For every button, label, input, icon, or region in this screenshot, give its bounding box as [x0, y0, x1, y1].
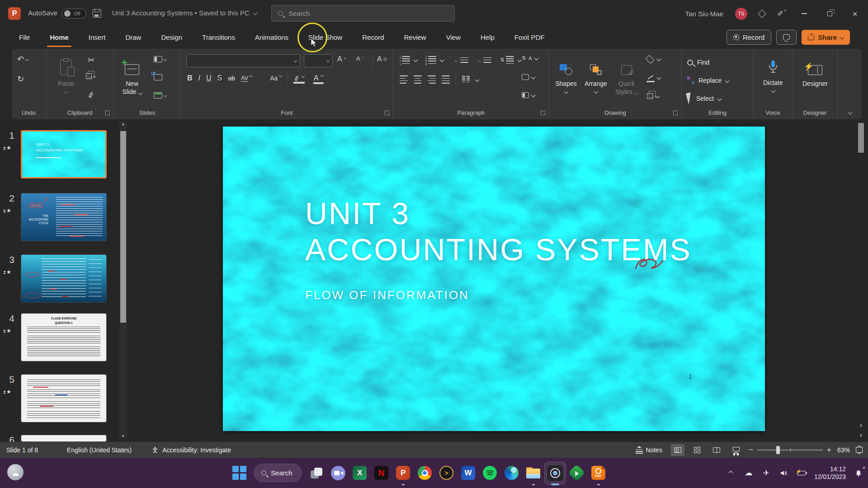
increase-font-size-button[interactable]: A^	[337, 55, 346, 63]
shape-fill-button[interactable]	[647, 56, 660, 61]
dictate-button[interactable]: Dictate	[759, 52, 788, 103]
text-highlight-button[interactable]: ✐	[294, 75, 304, 82]
tab-transitions[interactable]: Transitions	[192, 27, 245, 47]
line-spacing-button[interactable]: ⇅	[500, 56, 514, 64]
slide-thumbnail-3[interactable]	[21, 254, 107, 303]
font-color-button[interactable]: A	[314, 74, 323, 82]
find-button[interactable]: Find	[687, 57, 709, 68]
scroll-down-icon[interactable]: ▼	[119, 434, 127, 438]
canvas-scrollbar-thumb[interactable]	[858, 123, 864, 153]
clipboard-dialog-launcher[interactable]	[105, 111, 110, 116]
search-input[interactable]	[288, 9, 423, 18]
slide-sorter-view-button[interactable]	[690, 444, 704, 456]
zoom-in-button[interactable]: +	[827, 446, 831, 455]
tab-design[interactable]: Design	[151, 27, 192, 47]
powerpoint-app-icon[interactable]: P	[8, 7, 21, 20]
previous-slide-button[interactable]: ∧	[857, 422, 865, 428]
convert-smartart-button[interactable]	[522, 92, 535, 98]
slide-thumbnail-5[interactable]	[21, 374, 107, 422]
designer-button[interactable]: Designer	[801, 52, 830, 103]
columns-button[interactable]	[462, 76, 470, 83]
normal-view-button[interactable]	[671, 444, 684, 456]
zoom-out-button[interactable]: −	[749, 446, 753, 455]
netflix-app-button[interactable]: N	[371, 460, 392, 487]
tab-file[interactable]: File	[9, 27, 40, 47]
inking-pen-icon[interactable]	[777, 9, 786, 18]
tab-draw[interactable]: Draw	[115, 27, 151, 47]
share-button[interactable]: Share	[802, 30, 850, 45]
onedrive-icon[interactable]: ☁	[744, 468, 754, 478]
replace-button[interactable]: bc Replace	[687, 75, 729, 86]
tab-review[interactable]: Review	[394, 27, 436, 47]
font-size-combo[interactable]	[304, 54, 333, 67]
slide-thumbnail-2[interactable]: THEACCOUNTINGCYCLEA=L+E	[21, 193, 107, 241]
minimize-button[interactable]	[797, 7, 811, 20]
scroll-up-icon[interactable]: ▲	[119, 122, 127, 126]
word-app-button[interactable]: W	[458, 460, 479, 487]
slide-thumbnail-4[interactable]: CLASS EXERCISEQUESTION 1	[21, 313, 107, 361]
canvas-scrollbar[interactable]: ∧ ∨	[857, 121, 865, 440]
tab-insert[interactable]: Insert	[79, 27, 116, 47]
gold-arrow-app-button[interactable]: >	[436, 460, 458, 487]
fit-slide-to-window-button[interactable]	[856, 447, 863, 453]
notes-button[interactable]: Notes	[633, 442, 665, 458]
section-button[interactable]	[154, 92, 166, 99]
powerpoint-app-button[interactable]: P	[392, 460, 414, 487]
record-button[interactable]: Record	[726, 30, 771, 45]
redo-button[interactable]: ↻	[17, 75, 24, 83]
language-button[interactable]: English (United States)	[61, 442, 138, 458]
avatar[interactable]: TS	[735, 8, 747, 20]
tab-help[interactable]: Help	[471, 27, 505, 47]
align-right-button[interactable]	[428, 75, 436, 83]
font-dialog-launcher[interactable]	[385, 111, 390, 116]
thumbnail-scrollbar[interactable]: ▲ ▼	[119, 121, 127, 439]
chevron-down-icon[interactable]	[517, 58, 522, 62]
zoom-level[interactable]: 63%	[837, 446, 850, 454]
undo-button[interactable]: ↶	[17, 55, 28, 63]
shape-effects-button[interactable]	[647, 93, 659, 99]
tab-slide-show[interactable]: Slide Show	[298, 27, 352, 47]
increase-indent-button[interactable]: →	[477, 57, 491, 63]
hidden-icons-button[interactable]	[726, 468, 736, 478]
comments-button[interactable]	[776, 30, 797, 45]
slideshow-view-button[interactable]	[729, 444, 743, 456]
reset-slide-button[interactable]	[154, 74, 162, 80]
decrease-indent-button[interactable]: ←	[454, 57, 468, 63]
edge-app-button[interactable]	[501, 460, 523, 487]
autosave-toggle[interactable]: Off	[62, 9, 86, 19]
spotify-app-button[interactable]	[479, 460, 501, 487]
slide-thumbnail-6[interactable]	[21, 435, 107, 442]
underline-button[interactable]: U	[206, 74, 212, 82]
select-button[interactable]: Select	[687, 93, 721, 104]
chat-app-button[interactable]	[327, 460, 349, 487]
decrease-font-size-button[interactable]: Aˇ	[356, 55, 363, 62]
volume-icon[interactable]	[779, 468, 789, 478]
airplane-mode-icon[interactable]: ✈	[761, 468, 771, 478]
font-name-input[interactable]	[187, 57, 294, 65]
file-explorer-button[interactable]	[523, 460, 544, 487]
screen-recorder-button[interactable]	[544, 460, 566, 487]
taskbar-search[interactable]: Search	[254, 464, 302, 482]
restore-button[interactable]	[823, 7, 836, 20]
chevron-down-icon[interactable]	[440, 58, 444, 62]
excel-app-button[interactable]: X	[349, 460, 371, 487]
tab-home[interactable]: Home	[40, 27, 79, 47]
foxit-app-button[interactable]: PDF	[588, 460, 609, 487]
text-shadow-button[interactable]: S	[217, 74, 222, 82]
start-button[interactable]	[228, 460, 250, 487]
arrange-button[interactable]: Arrange	[581, 52, 611, 103]
strikethrough-button[interactable]: ab	[228, 75, 235, 82]
format-painter-button[interactable]: ✐	[88, 91, 94, 99]
thumbnail-scrollbar-thumb[interactable]	[120, 131, 126, 323]
zoom-slider-thumb[interactable]	[776, 446, 780, 454]
bullets-button[interactable]: •••	[400, 56, 410, 64]
widgets-button[interactable]: ☁	[7, 464, 24, 480]
chevron-down-icon[interactable]	[475, 77, 480, 82]
shape-outline-button[interactable]	[647, 74, 660, 80]
italic-button[interactable]: I	[198, 74, 200, 82]
align-text-button[interactable]	[522, 74, 535, 80]
zoom-slider[interactable]	[757, 450, 823, 450]
bold-button[interactable]: B	[187, 74, 193, 82]
cut-button[interactable]: ✂	[88, 56, 94, 64]
document-title[interactable]: Unit 3 Accounting Systems • Saved to thi…	[112, 9, 257, 17]
